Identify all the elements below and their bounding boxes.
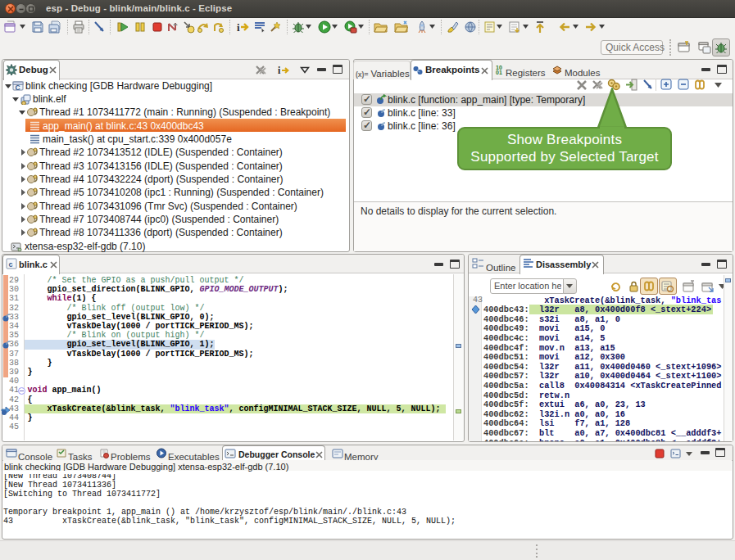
svg-text:i: i [278, 65, 281, 76]
svg-text:C: C [16, 83, 20, 91]
svg-text:c: c [9, 260, 13, 269]
svg-text:i: i [237, 21, 240, 34]
